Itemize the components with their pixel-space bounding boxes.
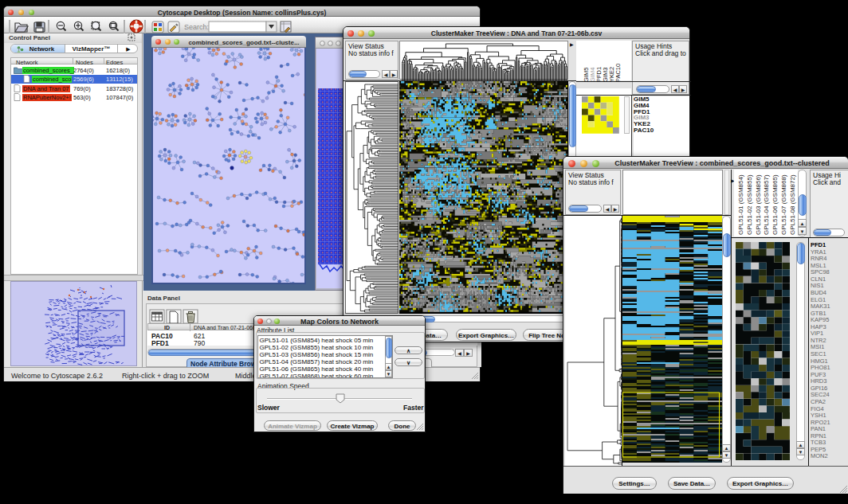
svg-text:Search:: Search:	[184, 23, 209, 31]
